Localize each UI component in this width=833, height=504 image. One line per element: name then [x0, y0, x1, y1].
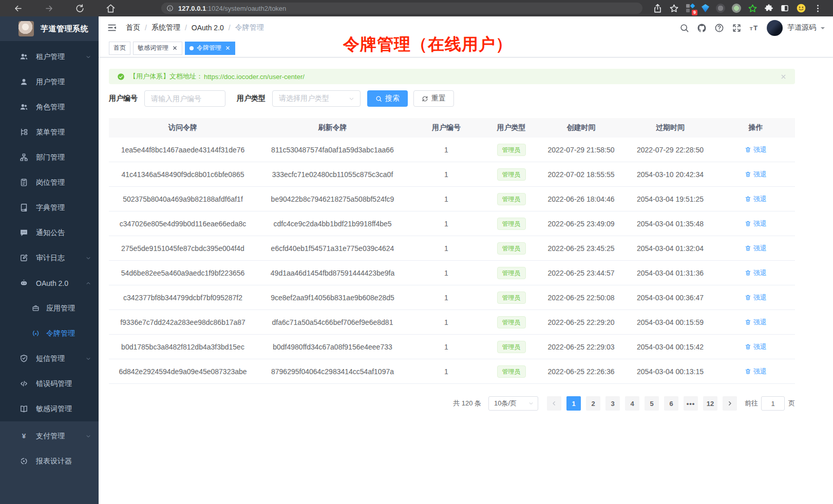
sidebar-item-sms[interactable]: 短信管理: [0, 346, 99, 371]
search-icon[interactable]: [679, 23, 689, 33]
force-logout-button[interactable]: 强退: [745, 145, 767, 154]
force-logout-button[interactable]: 强退: [745, 268, 767, 278]
app-logo[interactable]: 芋道管理系统: [0, 16, 99, 41]
help-icon[interactable]: [714, 23, 724, 33]
browser-reload-icon[interactable]: [75, 4, 85, 13]
page-button-4[interactable]: 4: [625, 396, 639, 411]
page-button-12[interactable]: 12: [703, 396, 717, 411]
trash-icon: [745, 294, 751, 301]
user-type-badge: 管理员: [497, 267, 526, 279]
sidebar-item-menu[interactable]: 菜单管理: [0, 120, 99, 145]
browser-home-icon[interactable]: [106, 4, 116, 13]
search-form: 用户编号 用户类型 请选择用户类型 搜索 重置: [109, 90, 795, 107]
page-button-6[interactable]: 6: [664, 396, 678, 411]
sidebar-item-dict[interactable]: 字典管理: [0, 195, 99, 220]
extension-star-icon[interactable]: [748, 4, 758, 13]
user-id-input[interactable]: [144, 90, 225, 107]
sidebar-item-oauth2[interactable]: OAuth 2.0: [0, 270, 99, 296]
table-row: 54d6be82ee5a460a9aedc1f9bf22365649d1aa46…: [109, 261, 795, 285]
sidebar-item-pay[interactable]: ¥支付管理: [0, 423, 99, 449]
sidebar-item-user[interactable]: 用户管理: [0, 69, 99, 94]
page-button-1[interactable]: 1: [566, 396, 581, 411]
sidebar-item-dept[interactable]: 部门管理: [0, 145, 99, 170]
goto-page-input[interactable]: [761, 396, 785, 411]
tab-tag[interactable]: 首页: [109, 42, 130, 55]
user-menu[interactable]: 芋道源码: [767, 20, 825, 36]
extension-gem-icon[interactable]: [702, 4, 709, 12]
page-button-3[interactable]: 3: [605, 396, 620, 411]
force-logout-button[interactable]: 强退: [745, 244, 767, 253]
browser-forward-icon[interactable]: [44, 4, 54, 13]
browser-menu-icon[interactable]: [813, 4, 823, 13]
sidebar-item-oauth2-token[interactable]: a令牌管理: [0, 321, 99, 346]
sidebar-item-post[interactable]: 岗位管理: [0, 170, 99, 195]
tag-close-icon[interactable]: [172, 45, 178, 51]
extension-camera-icon[interactable]: [732, 4, 741, 13]
alert-close-icon[interactable]: [780, 73, 787, 80]
svg-text:T: T: [753, 24, 758, 32]
extension-badge: 9: [692, 10, 697, 15]
action-cell: 强退: [716, 187, 795, 211]
doc-link[interactable]: https://doc.iocoder.cn/user-center/: [204, 73, 305, 81]
address-bar[interactable]: 127.0.0.1:1024/system/oauth2/token: [161, 3, 642, 14]
breadcrumb-item[interactable]: 首页: [126, 23, 140, 32]
tab-split-icon[interactable]: [780, 4, 789, 13]
tag-label: 令牌管理: [197, 44, 221, 52]
user-type-cell: 管理员: [484, 359, 538, 383]
breadcrumb-item[interactable]: OAuth 2.0: [192, 24, 224, 32]
sidebar-collapse-icon[interactable]: [107, 23, 117, 33]
force-logout-button[interactable]: 强退: [745, 195, 767, 204]
force-logout-label: 强退: [753, 219, 767, 228]
sidebar-item-tenant[interactable]: 租户管理: [0, 44, 99, 69]
site-info-icon[interactable]: [166, 5, 174, 12]
force-logout-label: 强退: [753, 268, 767, 278]
expire-time-cell: 2054-03-04 19:51:25: [624, 187, 716, 211]
sensitive-icon: [20, 404, 28, 413]
extensions-puzzle-icon[interactable]: [764, 4, 773, 13]
force-logout-button[interactable]: 强退: [745, 293, 767, 302]
column-header: 创建时间: [538, 118, 624, 138]
page-size-select[interactable]: 10条/页: [488, 396, 538, 411]
breadcrumb-item[interactable]: 系统管理: [152, 23, 180, 32]
org-icon: [20, 153, 28, 162]
page-button-5[interactable]: 5: [645, 396, 659, 411]
sidebar-item-report-designer[interactable]: 报表设计器: [0, 449, 99, 474]
trash-icon: [745, 245, 751, 251]
user-type-badge: 管理员: [497, 341, 526, 353]
create-time-cell: 2022-06-25 22:50:08: [538, 285, 624, 309]
chevron-up-icon: [85, 280, 91, 286]
force-logout-button[interactable]: 强退: [745, 342, 767, 352]
force-logout-button[interactable]: 强退: [745, 367, 767, 376]
prev-page-button[interactable]: [547, 396, 561, 411]
page-button-2[interactable]: 2: [586, 396, 600, 411]
fullscreen-icon[interactable]: [732, 23, 742, 33]
font-size-icon[interactable]: TT: [749, 23, 759, 33]
force-logout-button[interactable]: 强退: [745, 219, 767, 228]
sidebar-item-sensitive-word[interactable]: 敏感词管理: [0, 396, 99, 421]
tab-tag[interactable]: 敏感词管理: [133, 42, 182, 55]
search-button[interactable]: 搜索: [367, 90, 408, 107]
share-icon[interactable]: [653, 4, 662, 13]
message-icon: [20, 228, 28, 237]
force-logout-button[interactable]: 强退: [745, 318, 767, 327]
next-page-button[interactable]: [723, 396, 737, 411]
user-type-select[interactable]: 请选择用户类型: [272, 90, 361, 107]
reset-button[interactable]: 重置: [413, 90, 454, 107]
extension-circle-icon[interactable]: [716, 4, 725, 13]
bookmark-star-icon[interactable]: [669, 4, 679, 13]
browser-back-icon[interactable]: [13, 4, 23, 13]
sidebar-item-error-code[interactable]: 错误码管理: [0, 371, 99, 396]
more-pages-button[interactable]: •••: [684, 396, 698, 411]
tab-tag-active[interactable]: 令牌管理: [185, 42, 235, 55]
sidebar-item-audit-log[interactable]: 审计日志: [0, 245, 99, 270]
sidebar-item-notice[interactable]: 通知公告: [0, 220, 99, 245]
tag-close-icon[interactable]: [225, 45, 231, 51]
tag-label: 首页: [113, 44, 126, 52]
extension-blocks-icon[interactable]: 9: [686, 4, 695, 13]
profile-emoji-icon[interactable]: [796, 3, 806, 13]
github-icon[interactable]: [697, 23, 707, 33]
sidebar-item-role[interactable]: 角色管理: [0, 94, 99, 120]
pagination: 共 120 条 10条/页 123456•••12 前往 页: [109, 396, 795, 411]
sidebar-item-oauth2-app[interactable]: 应用管理: [0, 296, 99, 321]
force-logout-button[interactable]: 强退: [745, 170, 767, 179]
